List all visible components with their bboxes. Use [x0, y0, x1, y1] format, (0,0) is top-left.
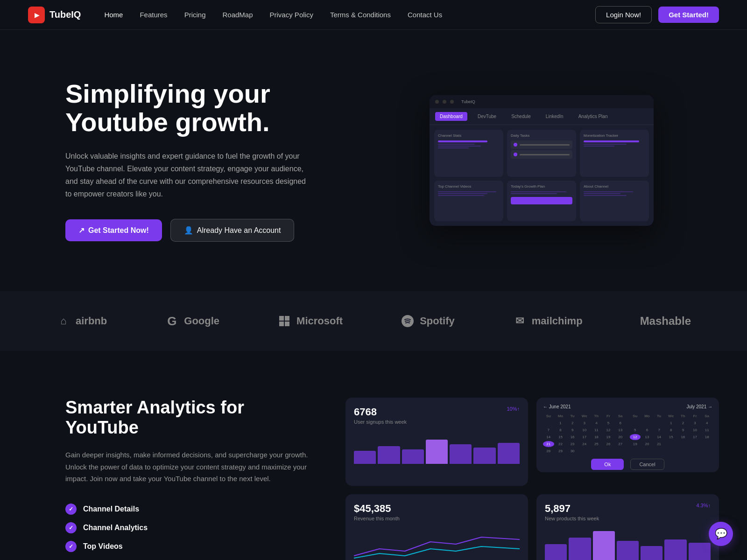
login-button[interactable]: Login Now!: [595, 6, 652, 23]
mailchimp-icon: ✉: [512, 314, 527, 329]
feature-list: ✓ Channel Details ✓ Channel Analytics ✓ …: [65, 504, 308, 552]
stat-value-2: $45,385: [354, 503, 400, 515]
hero-description: Unlock valuable insights and expert guid…: [65, 150, 308, 201]
screenshot-card-videos: Top Channel Videos: [434, 181, 503, 221]
bar-2: [378, 446, 400, 464]
feature-channel-details: ✓ Channel Details: [65, 504, 308, 515]
nav-contact[interactable]: Contact Us: [408, 11, 442, 19]
hero-cta-secondary[interactable]: 👤 Already Have an Account: [170, 219, 295, 242]
check-icon-3: ✓: [65, 541, 77, 552]
microsoft-label: Microsoft: [296, 315, 343, 327]
bar-1: [354, 451, 376, 464]
logo-microsoft: Microsoft: [277, 314, 343, 329]
check-icon-2: ✓: [65, 522, 77, 533]
chat-icon: 💬: [715, 528, 727, 540]
hero-cta-primary-label: Get Started Now!: [88, 226, 149, 235]
nav-features[interactable]: Features: [140, 11, 167, 19]
bar-3: [402, 449, 424, 464]
bar-6: [473, 448, 495, 464]
stat-label-2: Revenue this month: [354, 516, 400, 521]
stat-label-3: New products this week: [545, 516, 599, 521]
cal-ok-button[interactable]: Ok: [591, 459, 624, 470]
mashable-label: Mashable: [640, 315, 691, 328]
tab-linkedin: LinkedIn: [541, 112, 568, 121]
feature-top-videos: ✓ Top Videos: [65, 541, 308, 552]
analytics-title: Smarter Analytics for YouTube: [65, 398, 308, 438]
calendar-card: ← June 2021 July 2021 → Su Mo Tu We Th F…: [536, 398, 719, 472]
nav-pricing[interactable]: Pricing: [184, 11, 206, 19]
hero-visual: TubeIQ Dashboard DevTube Schedule Linked…: [364, 95, 719, 226]
nav-links: Home Features Pricing RoadMap Privacy Po…: [104, 11, 595, 19]
spotify-label: Spotify: [420, 315, 455, 327]
svg-rect-0: [279, 316, 284, 321]
mailchimp-label: mailchimp: [532, 315, 583, 327]
app-screenshot: TubeIQ Dashboard DevTube Schedule Linked…: [430, 95, 654, 226]
screenshot-card-stats: Channel Stats: [434, 130, 503, 177]
bar-5: [450, 444, 472, 464]
cal-next-1[interactable]: July 2021 →: [686, 404, 712, 409]
stat-label-1: User signups this week: [354, 419, 407, 425]
logos-section: ⌂ airbnb G Google Microsoft Spotify: [0, 291, 747, 351]
tab-schedule: Schedule: [507, 112, 536, 121]
analytics-content: Smarter Analytics for YouTube Gain deepe…: [65, 398, 308, 560]
bar-chart-2: [545, 528, 711, 560]
hero-title: Simplifying your Youtube growth.: [65, 79, 336, 137]
logo-text: TubeIQ: [49, 9, 81, 20]
stat-value-3: 5,897: [545, 503, 599, 515]
feature-label-1: Channel Details: [83, 505, 139, 513]
revenue-card: $45,385 Revenue this month: [345, 494, 528, 560]
navigation: TubeIQ Home Features Pricing RoadMap Pri…: [0, 0, 747, 30]
analytics-charts: 6768 User signups this week 10%↑: [345, 398, 719, 560]
screenshot-topbar: TubeIQ: [430, 95, 654, 108]
bar-7: [498, 443, 520, 464]
google-icon: G: [164, 314, 179, 329]
nav-privacy[interactable]: Privacy Policy: [270, 11, 313, 19]
logo-mashable: Mashable: [640, 315, 691, 328]
nav-roadmap[interactable]: RoadMap: [222, 11, 253, 19]
screenshot-tabs: Dashboard DevTube Schedule LinkedIn Anal…: [430, 108, 654, 125]
feature-label-2: Channel Analytics: [83, 524, 148, 532]
screenshot-brand: TubeIQ: [461, 99, 475, 104]
logo-icon: [28, 7, 45, 23]
bar-4: [426, 440, 448, 464]
bar-chart-1: [354, 431, 520, 464]
cal-june: Su Mo Tu We Th Fr Sa 1 2 3 4 5 6: [543, 413, 626, 454]
hero-cta-primary[interactable]: ↗ Get Started Now!: [65, 219, 162, 241]
account-icon: 👤: [184, 226, 193, 235]
airbnb-label: airbnb: [76, 315, 107, 327]
hero-buttons: ↗ Get Started Now! 👤 Already Have an Acc…: [65, 219, 336, 242]
svg-rect-2: [279, 322, 284, 326]
feature-channel-analytics: ✓ Channel Analytics: [65, 522, 308, 533]
dot2: [443, 100, 446, 104]
logo-google: G Google: [164, 314, 219, 329]
microsoft-icon: [277, 314, 292, 329]
line-chart: [354, 528, 520, 560]
line-chart-svg: [354, 528, 520, 560]
screenshot-card-tasks: Daily Tasks: [507, 130, 576, 177]
users-card: 6768 User signups this week 10%↑: [345, 398, 528, 486]
google-label: Google: [184, 315, 219, 327]
logo-spotify: Spotify: [400, 314, 455, 329]
cal-prev-1[interactable]: ← June 2021: [543, 404, 571, 409]
screenshot-card-monetization: Monetization Tracker: [580, 130, 649, 177]
nav-home[interactable]: Home: [104, 11, 123, 19]
products-card: 5,897 New products this week 4.3%↑: [536, 494, 719, 560]
tab-dashboard: Dashboard: [435, 112, 467, 121]
airbnb-icon: ⌂: [56, 314, 71, 329]
stat-trend-3: 4.3%↑: [696, 503, 711, 508]
cal-july: Su Mo Tu We Th Fr Sa 1 2 3 4: [630, 413, 713, 454]
svg-rect-1: [285, 316, 289, 321]
logo[interactable]: TubeIQ: [28, 7, 81, 23]
screenshot-card-channel: About Channel: [580, 181, 649, 221]
check-icon-1: ✓: [65, 504, 77, 515]
getstarted-button[interactable]: Get Started!: [658, 7, 719, 23]
cal-cancel-button[interactable]: Cancel: [630, 459, 664, 470]
logo-mailchimp: ✉ mailchimp: [512, 314, 583, 329]
screenshot-body: Channel Stats Daily Tasks: [430, 125, 654, 226]
analytics-description: Gain deeper insights, make informed deci…: [65, 449, 308, 485]
tab-dev: DevTube: [473, 112, 501, 121]
stat-value-1: 6768: [354, 406, 407, 418]
nav-terms[interactable]: Terms & Conditions: [330, 11, 391, 19]
chat-bubble[interactable]: 💬: [709, 522, 733, 546]
logo-airbnb: ⌂ airbnb: [56, 314, 107, 329]
